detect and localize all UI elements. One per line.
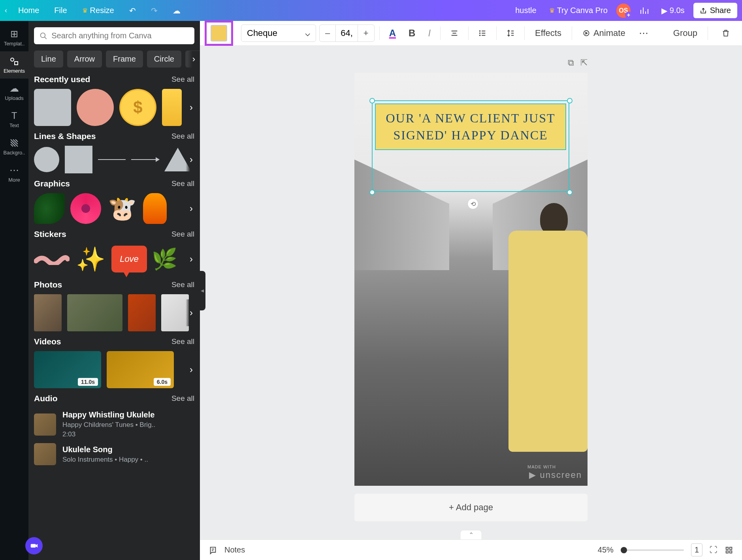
zoom-slider-thumb[interactable] [621,547,627,553]
rail-elements[interactable]: Elements [0,51,28,79]
row-scroll-right-icon[interactable]: › [186,146,197,173]
chip-arrow[interactable]: Arrow [67,51,102,68]
record-button[interactable] [25,537,43,554]
element-coin-stack[interactable] [162,89,182,126]
rail-uploads[interactable]: ☁Uploads [0,79,28,106]
resize-handle[interactable] [567,98,573,103]
italic-button[interactable]: I [423,24,435,42]
bold-button[interactable]: B [404,24,420,42]
fill-color-swatch[interactable] [211,25,227,41]
sticker-love-bubble[interactable]: Love [111,246,147,272]
copy-page-icon[interactable]: ⧉ [568,58,574,68]
resize-handle[interactable] [369,98,375,103]
rail-more[interactable]: ⋯More [0,160,28,188]
back-chevron-icon[interactable]: ‹ [5,6,7,15]
shape-circle[interactable] [34,147,59,172]
group-button[interactable]: Group [668,25,703,41]
timeline-expand-icon[interactable]: ⌃ [460,530,482,539]
audio-item[interactable]: Ukulele Song Solo Instruments • Happy • … [34,441,194,468]
zoom-value[interactable]: 45% [598,545,614,554]
text-color-button[interactable]: A [384,24,401,42]
see-all-recent[interactable]: See all [171,75,194,84]
insights-icon[interactable] [635,4,653,18]
graphic-cow[interactable]: 🐮 [107,193,137,224]
graphic-papaya[interactable] [143,193,167,224]
chip-scroll-right-icon[interactable]: › [188,51,200,68]
photo-thumb[interactable] [128,294,156,331]
resize-handle[interactable] [369,190,375,195]
see-all-videos[interactable]: See all [171,337,194,346]
align-button[interactable] [445,26,463,41]
shape-arrow[interactable] [131,159,159,160]
photo-thumb[interactable] [34,294,62,331]
rail-templates[interactable]: ⊞Templat.. [0,24,28,51]
sticker-plant[interactable]: 🌿 [153,244,176,274]
element-badge[interactable] [77,89,114,126]
size-decrease-button[interactable]: – [320,25,335,41]
size-increase-button[interactable]: + [358,25,374,41]
see-all-audio[interactable]: See all [171,394,194,403]
share-button[interactable]: Share [693,3,737,18]
try-pro-button[interactable]: ♛Try Canva Pro [545,4,612,17]
search-input-wrap[interactable] [34,27,194,44]
more-options-icon[interactable]: ⋯ [634,24,653,42]
delete-button[interactable] [717,26,735,41]
row-scroll-right-icon[interactable]: › [186,94,197,121]
audio-item[interactable]: Happy Whistling Ukulele Happy Childrens'… [34,408,194,441]
rail-background[interactable]: Backgro.. [0,133,28,160]
resize-button[interactable]: ♛Resize [78,4,118,17]
add-page-button[interactable]: + Add page [354,494,588,521]
sticker-firework[interactable]: ✨ [75,244,106,274]
spacing-button[interactable] [501,26,520,41]
fullscreen-icon[interactable]: ⛶ [710,545,718,554]
see-all-stickers[interactable]: See all [171,230,194,239]
graphic-leaf[interactable] [34,193,65,224]
element-coin[interactable]: $ [119,89,156,126]
rotate-handle[interactable]: ⟲ [467,198,478,209]
effects-button[interactable]: Effects [529,25,567,41]
row-scroll-right-icon[interactable]: › [186,246,197,272]
add-member-icon[interactable]: + [625,11,632,19]
chip-line[interactable]: Line [34,51,63,68]
shape-square[interactable] [65,146,92,173]
graphic-sunburst[interactable] [70,193,101,224]
photo-thumb[interactable] [67,294,122,331]
row-scroll-right-icon[interactable]: › [186,195,197,222]
zoom-slider[interactable] [621,549,684,551]
grid-view-icon[interactable] [725,546,733,554]
undo-button[interactable]: ↶ [125,4,140,18]
canvas-area[interactable]: ⧉ ⇱ OUR 'A NEW CLIENT JUST SIGNED' HAPPY… [200,46,742,539]
rail-text[interactable]: TText [0,106,28,133]
see-all-photos[interactable]: See all [171,280,194,289]
canvas-person-image[interactable] [493,203,588,479]
sticker-squiggle[interactable] [34,253,70,265]
video-thumb[interactable]: 11.0s [34,351,101,388]
see-all-graphics[interactable]: See all [171,179,194,188]
row-scroll-right-icon[interactable]: › [186,356,197,383]
search-input[interactable] [51,31,189,40]
element-square[interactable] [34,89,71,126]
chip-circle[interactable]: Circle [147,51,181,68]
photo-thumb[interactable] [161,294,189,331]
file-menu[interactable]: File [50,4,71,17]
page-indicator[interactable]: 1 [691,543,702,556]
chip-frame[interactable]: Frame [106,51,143,68]
redo-button[interactable]: ↷ [147,4,162,18]
page-options-icon[interactable]: ⇱ [580,58,588,68]
font-size-value[interactable]: 64, [335,25,358,41]
canvas[interactable]: OUR 'A NEW CLIENT JUST SIGNED' HAPPY DAN… [354,73,588,486]
canvas-text-element[interactable]: OUR 'A NEW CLIENT JUST SIGNED' HAPPY DAN… [375,103,566,150]
shape-line[interactable] [98,159,126,160]
cloud-sync-icon[interactable]: ☁ [169,4,185,18]
see-all-lines[interactable]: See all [171,132,194,141]
notes-button[interactable]: Notes [224,545,245,554]
play-button[interactable]: ▶ 9.0s [657,4,689,18]
video-thumb[interactable]: 6.0s [107,351,174,388]
animate-button[interactable]: Animate [577,25,631,41]
panel-collapse-icon[interactable]: ◂ [199,271,205,310]
font-selector[interactable]: Cheque⌵ [241,24,316,42]
home-button[interactable]: Home [14,4,43,17]
avatar[interactable]: OS+ [616,4,631,18]
row-scroll-right-icon[interactable]: › [186,299,197,326]
resize-handle[interactable] [567,190,573,195]
